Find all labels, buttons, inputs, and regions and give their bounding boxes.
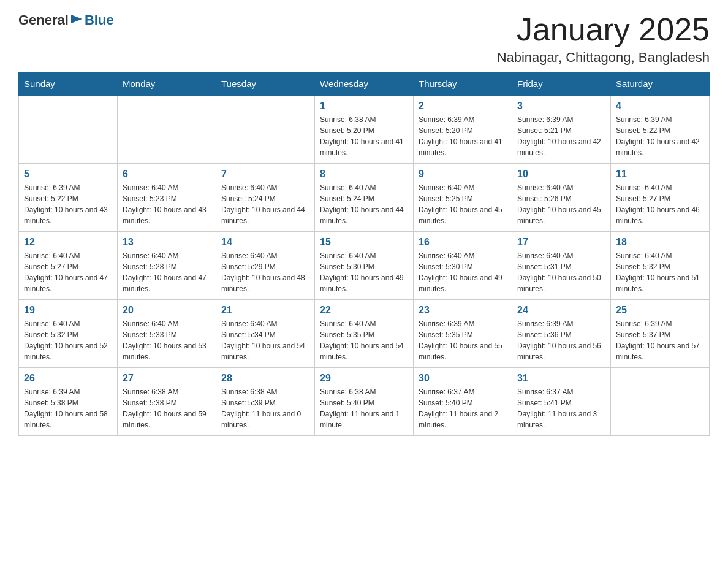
table-row: 28Sunrise: 6:38 AM Sunset: 5:39 PM Dayli… — [216, 368, 315, 436]
location-title: Nabinagar, Chittagong, Bangladesh — [497, 50, 710, 66]
table-row: 4Sunrise: 6:39 AM Sunset: 5:22 PM Daylig… — [611, 96, 710, 164]
table-row: 29Sunrise: 6:38 AM Sunset: 5:40 PM Dayli… — [315, 368, 414, 436]
day-number: 10 — [517, 169, 605, 180]
table-row: 31Sunrise: 6:37 AM Sunset: 5:41 PM Dayli… — [512, 368, 611, 436]
table-row: 17Sunrise: 6:40 AM Sunset: 5:31 PM Dayli… — [512, 232, 611, 300]
day-number: 26 — [24, 373, 112, 384]
calendar-week-row: 19Sunrise: 6:40 AM Sunset: 5:32 PM Dayli… — [19, 300, 710, 368]
page-header: General Blue January 2025 Nabinagar, Chi… — [18, 12, 710, 66]
table-row: 24Sunrise: 6:39 AM Sunset: 5:36 PM Dayli… — [512, 300, 611, 368]
day-info: Sunrise: 6:37 AM Sunset: 5:40 PM Dayligh… — [419, 386, 507, 431]
table-row: 9Sunrise: 6:40 AM Sunset: 5:25 PM Daylig… — [414, 164, 512, 232]
day-info: Sunrise: 6:38 AM Sunset: 5:20 PM Dayligh… — [320, 114, 408, 158]
day-number: 25 — [616, 305, 704, 316]
calendar-table: Sunday Monday Tuesday Wednesday Thursday… — [18, 72, 710, 436]
day-number: 24 — [517, 305, 605, 316]
day-number: 16 — [419, 237, 507, 248]
table-row: 26Sunrise: 6:39 AM Sunset: 5:38 PM Dayli… — [19, 368, 118, 436]
table-row: 21Sunrise: 6:40 AM Sunset: 5:34 PM Dayli… — [216, 300, 315, 368]
day-number: 18 — [616, 237, 704, 248]
calendar-week-row: 26Sunrise: 6:39 AM Sunset: 5:38 PM Dayli… — [19, 368, 710, 436]
day-info: Sunrise: 6:39 AM Sunset: 5:21 PM Dayligh… — [517, 114, 605, 158]
day-number: 5 — [24, 169, 112, 180]
table-row: 11Sunrise: 6:40 AM Sunset: 5:27 PM Dayli… — [611, 164, 710, 232]
day-number: 28 — [221, 373, 309, 384]
day-number: 27 — [123, 373, 211, 384]
col-saturday: Saturday — [611, 72, 710, 96]
day-number: 6 — [123, 169, 211, 180]
logo-arrow-icon — [70, 12, 83, 28]
day-info: Sunrise: 6:40 AM Sunset: 5:27 PM Dayligh… — [24, 250, 112, 294]
table-row: 10Sunrise: 6:40 AM Sunset: 5:26 PM Dayli… — [512, 164, 611, 232]
day-number: 7 — [221, 169, 309, 180]
day-info: Sunrise: 6:37 AM Sunset: 5:41 PM Dayligh… — [517, 386, 605, 431]
col-wednesday: Wednesday — [315, 72, 414, 96]
col-friday: Friday — [512, 72, 611, 96]
table-row: 22Sunrise: 6:40 AM Sunset: 5:35 PM Dayli… — [315, 300, 414, 368]
logo: General Blue — [18, 12, 114, 28]
day-info: Sunrise: 6:40 AM Sunset: 5:29 PM Dayligh… — [221, 250, 309, 294]
day-number: 21 — [221, 305, 309, 316]
table-row: 7Sunrise: 6:40 AM Sunset: 5:24 PM Daylig… — [216, 164, 315, 232]
table-row: 27Sunrise: 6:38 AM Sunset: 5:38 PM Dayli… — [118, 368, 216, 436]
month-title: January 2025 — [497, 12, 710, 47]
logo-blue-text: Blue — [85, 12, 114, 28]
table-row: 5Sunrise: 6:39 AM Sunset: 5:22 PM Daylig… — [19, 164, 118, 232]
day-number: 31 — [517, 373, 605, 384]
day-info: Sunrise: 6:40 AM Sunset: 5:24 PM Dayligh… — [221, 182, 309, 226]
table-row: 19Sunrise: 6:40 AM Sunset: 5:32 PM Dayli… — [19, 300, 118, 368]
calendar-header-row: Sunday Monday Tuesday Wednesday Thursday… — [19, 72, 710, 96]
day-number: 15 — [320, 237, 408, 248]
table-row: 8Sunrise: 6:40 AM Sunset: 5:24 PM Daylig… — [315, 164, 414, 232]
day-info: Sunrise: 6:38 AM Sunset: 5:39 PM Dayligh… — [221, 386, 309, 431]
table-row: 6Sunrise: 6:40 AM Sunset: 5:23 PM Daylig… — [118, 164, 216, 232]
calendar-week-row: 5Sunrise: 6:39 AM Sunset: 5:22 PM Daylig… — [19, 164, 710, 232]
day-info: Sunrise: 6:39 AM Sunset: 5:22 PM Dayligh… — [24, 182, 112, 226]
day-number: 9 — [419, 169, 507, 180]
day-info: Sunrise: 6:39 AM Sunset: 5:22 PM Dayligh… — [616, 114, 704, 158]
day-number: 20 — [123, 305, 211, 316]
day-info: Sunrise: 6:39 AM Sunset: 5:36 PM Dayligh… — [517, 318, 605, 362]
day-info: Sunrise: 6:39 AM Sunset: 5:38 PM Dayligh… — [24, 386, 112, 431]
table-row: 13Sunrise: 6:40 AM Sunset: 5:28 PM Dayli… — [118, 232, 216, 300]
day-info: Sunrise: 6:39 AM Sunset: 5:35 PM Dayligh… — [419, 318, 507, 362]
day-number: 30 — [419, 373, 507, 384]
day-info: Sunrise: 6:38 AM Sunset: 5:40 PM Dayligh… — [320, 386, 408, 431]
day-info: Sunrise: 6:40 AM Sunset: 5:23 PM Dayligh… — [123, 182, 211, 226]
svg-marker-0 — [71, 15, 82, 23]
table-row: 23Sunrise: 6:39 AM Sunset: 5:35 PM Dayli… — [414, 300, 512, 368]
table-row — [216, 96, 315, 164]
day-info: Sunrise: 6:40 AM Sunset: 5:33 PM Dayligh… — [123, 318, 211, 362]
day-number: 8 — [320, 169, 408, 180]
day-info: Sunrise: 6:40 AM Sunset: 5:28 PM Dayligh… — [123, 250, 211, 294]
table-row: 16Sunrise: 6:40 AM Sunset: 5:30 PM Dayli… — [414, 232, 512, 300]
day-info: Sunrise: 6:38 AM Sunset: 5:38 PM Dayligh… — [123, 386, 211, 431]
table-row: 20Sunrise: 6:40 AM Sunset: 5:33 PM Dayli… — [118, 300, 216, 368]
day-info: Sunrise: 6:40 AM Sunset: 5:30 PM Dayligh… — [320, 250, 408, 294]
day-info: Sunrise: 6:40 AM Sunset: 5:30 PM Dayligh… — [419, 250, 507, 294]
table-row: 3Sunrise: 6:39 AM Sunset: 5:21 PM Daylig… — [512, 96, 611, 164]
day-number: 29 — [320, 373, 408, 384]
day-number: 4 — [616, 101, 704, 112]
day-info: Sunrise: 6:40 AM Sunset: 5:24 PM Dayligh… — [320, 182, 408, 226]
table-row: 12Sunrise: 6:40 AM Sunset: 5:27 PM Dayli… — [19, 232, 118, 300]
table-row — [611, 368, 710, 436]
table-row: 2Sunrise: 6:39 AM Sunset: 5:20 PM Daylig… — [414, 96, 512, 164]
table-row — [19, 96, 118, 164]
day-info: Sunrise: 6:40 AM Sunset: 5:32 PM Dayligh… — [616, 250, 704, 294]
day-info: Sunrise: 6:40 AM Sunset: 5:32 PM Dayligh… — [24, 318, 112, 362]
day-info: Sunrise: 6:40 AM Sunset: 5:27 PM Dayligh… — [616, 182, 704, 226]
day-info: Sunrise: 6:40 AM Sunset: 5:25 PM Dayligh… — [419, 182, 507, 226]
col-thursday: Thursday — [414, 72, 512, 96]
table-row: 1Sunrise: 6:38 AM Sunset: 5:20 PM Daylig… — [315, 96, 414, 164]
title-section: January 2025 Nabinagar, Chittagong, Bang… — [497, 12, 710, 66]
day-number: 23 — [419, 305, 507, 316]
day-info: Sunrise: 6:39 AM Sunset: 5:37 PM Dayligh… — [616, 318, 704, 362]
day-number: 13 — [123, 237, 211, 248]
calendar-week-row: 12Sunrise: 6:40 AM Sunset: 5:27 PM Dayli… — [19, 232, 710, 300]
logo-general-text: General — [18, 12, 69, 28]
col-tuesday: Tuesday — [216, 72, 315, 96]
table-row: 14Sunrise: 6:40 AM Sunset: 5:29 PM Dayli… — [216, 232, 315, 300]
day-info: Sunrise: 6:40 AM Sunset: 5:31 PM Dayligh… — [517, 250, 605, 294]
day-number: 19 — [24, 305, 112, 316]
